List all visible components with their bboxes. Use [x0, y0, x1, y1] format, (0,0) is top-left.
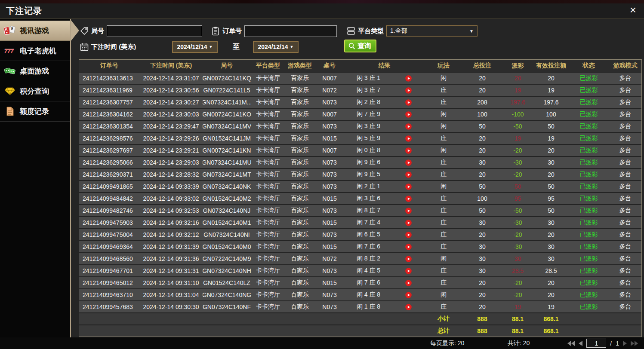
- result-cell: 闲 7 庄 4: [345, 217, 424, 228]
- replay-icon[interactable]: [392, 99, 424, 106]
- replay-icon[interactable]: [392, 208, 424, 214]
- bet-side-cell: 庄: [424, 241, 463, 252]
- date-from-picker[interactable]: 2024/12/14 ▼: [172, 41, 218, 53]
- replay-icon[interactable]: [392, 292, 424, 298]
- sidebar-item-slots[interactable]: 777 电子老虎机: [0, 41, 70, 61]
- result-text: 闲 3 庄 9: [345, 122, 392, 130]
- result-cell: 闲 7 庄 6: [345, 277, 424, 288]
- table-no-cell: N073: [314, 205, 345, 216]
- total-bet-cell: 20: [463, 289, 502, 300]
- game-type-cell: 百家乐: [285, 133, 314, 144]
- last-page-icon[interactable]: [631, 341, 638, 346]
- sidebar-item-credit-records[interactable]: 额度记录: [0, 101, 70, 122]
- content-panel: 局号 订单号 平台类型: [71, 19, 644, 349]
- result-text: 闲 2 庄 1: [345, 183, 392, 190]
- replay-icon[interactable]: [392, 171, 424, 178]
- col-header: 平台类型: [251, 60, 285, 72]
- replay-icon[interactable]: [392, 304, 424, 310]
- replay-icon[interactable]: [392, 220, 424, 226]
- table-no-cell: N072: [314, 85, 345, 96]
- replay-icon[interactable]: [392, 256, 424, 262]
- bet-time-cell: 2024-12-14 09:31:36: [139, 253, 203, 264]
- game-type-cell: 百家乐: [285, 289, 314, 300]
- round-id-cell: GN07324C140NK: [203, 181, 251, 192]
- col-header: 下注时间 (美东): [139, 60, 203, 72]
- col-header: 状态: [568, 60, 609, 72]
- order-id-cell: 241214099469364: [79, 241, 139, 252]
- payout-cell: -50: [502, 121, 534, 132]
- result-cell: 闲 9 庄 5: [345, 169, 424, 180]
- status-cell: 已派彩: [568, 277, 609, 288]
- replay-icon[interactable]: [392, 184, 424, 190]
- total-bet-cell: 30: [463, 265, 502, 276]
- replay-icon[interactable]: [392, 75, 424, 82]
- total-label: 总计: [424, 325, 463, 337]
- order-id-cell: 241214236295066: [79, 157, 139, 168]
- game-type-cell: 百家乐: [285, 97, 314, 108]
- first-page-icon[interactable]: [567, 341, 575, 346]
- chevron-down-icon: ▼: [290, 45, 294, 49]
- replay-icon[interactable]: [392, 244, 424, 250]
- subtotal-total-bet: 888: [463, 313, 502, 325]
- replay-icon[interactable]: [392, 111, 424, 118]
- window-title: 下注记录: [0, 5, 42, 17]
- bet-time-cell: 2024-12-14 09:33:02: [139, 193, 203, 204]
- game-mode-cell: 多台: [609, 121, 641, 132]
- game-type-cell: 百家乐: [285, 121, 314, 132]
- order-input[interactable]: [244, 25, 337, 37]
- date-from-value: 2024/12/14: [177, 43, 207, 50]
- payout-cell: 95: [502, 193, 534, 204]
- platform-cell: 卡卡湾厅: [251, 217, 285, 228]
- search-button[interactable]: 查询: [344, 40, 376, 52]
- next-page-icon[interactable]: [623, 341, 627, 346]
- table-no-cell: N073: [314, 121, 345, 132]
- platform-select[interactable]: 1.全部 ▼: [386, 25, 478, 37]
- replay-icon[interactable]: [392, 135, 424, 142]
- close-icon[interactable]: ×: [630, 4, 644, 17]
- status-cell: 已派彩: [568, 301, 609, 312]
- replay-icon[interactable]: [392, 159, 424, 166]
- bet-time-cell: 2024-12-14 09:33:39: [139, 181, 203, 192]
- replay-icon[interactable]: [392, 123, 424, 130]
- replay-icon[interactable]: [392, 196, 424, 202]
- bet-time-cell: 2024-12-14 23:30:27: [139, 97, 203, 108]
- replay-icon[interactable]: [392, 280, 424, 286]
- order-id-cell: 241214236313613: [79, 73, 139, 84]
- col-header: 订单号: [79, 60, 139, 72]
- table-row: 241214236304162 2024-12-14 23:30:03 GN00…: [79, 108, 641, 120]
- payout-cell: -20: [502, 289, 534, 300]
- col-header: 结果: [345, 60, 424, 72]
- total-bet-cell: 20: [463, 169, 502, 180]
- replay-icon[interactable]: [392, 232, 424, 238]
- bet-time-cell: 2024-12-14 09:30:30: [139, 301, 203, 312]
- order-id-cell: 241214099468560: [79, 253, 139, 264]
- bet-time-cell: 2024-12-14 09:31:39: [139, 241, 203, 252]
- subtotal-row: 小计 888 88.1 868.1: [79, 312, 641, 325]
- svg-text:777: 777: [4, 48, 14, 54]
- bet-side-cell: 庄: [424, 217, 463, 228]
- platform-cell: 卡卡湾厅: [251, 85, 285, 96]
- diamond-icon: [4, 86, 16, 96]
- platform-cell: 卡卡湾厅: [251, 121, 285, 132]
- total-row: 总计 888 88.1 868.1: [79, 325, 641, 337]
- date-to-picker[interactable]: 2024/12/14 ▼: [253, 41, 299, 53]
- search-group: 查询: [344, 40, 376, 52]
- platform-cell: 卡卡湾厅: [251, 157, 285, 168]
- replay-icon[interactable]: [392, 147, 424, 154]
- replay-icon[interactable]: [392, 268, 424, 274]
- platform-cell: 卡卡湾厅: [251, 73, 285, 84]
- round-input[interactable]: [107, 25, 202, 37]
- prev-page-icon[interactable]: [579, 341, 582, 346]
- page-number-input[interactable]: [586, 339, 606, 348]
- round-id-cell: GN07224C140M9: [203, 253, 251, 264]
- sidebar-item-points[interactable]: 积分查询: [0, 81, 70, 101]
- table-row: 241214099491865 2024-12-14 09:33:39 GN07…: [79, 180, 641, 192]
- result-text: 闲 7 庄 6: [345, 279, 392, 287]
- sidebar-item-video-games[interactable]: K♥ 9 视讯游戏: [0, 21, 70, 41]
- valid-bet-cell: 19: [534, 133, 568, 144]
- sidebar-item-table-games[interactable]: 桌面游戏: [0, 61, 70, 81]
- bet-time-cell: 2024-12-14 23:29:21: [139, 145, 203, 156]
- round-id-cell: GN07324C140NF: [203, 301, 251, 312]
- game-mode-cell: 多台: [609, 73, 641, 84]
- replay-icon[interactable]: [392, 87, 424, 94]
